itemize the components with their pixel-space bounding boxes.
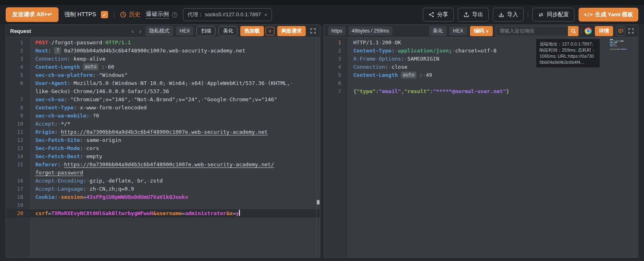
code-line[interactable]: 8Content-Type:·x-www-form-urlencoded bbox=[6, 104, 320, 112]
generate-yaml-button[interactable]: </> 生成 Yaml 模板 bbox=[579, 8, 638, 22]
force-https-checkbox[interactable]: ✓ bbox=[101, 11, 108, 18]
inline-badge[interactable]: auto bbox=[83, 63, 99, 70]
search-input[interactable] bbox=[496, 26, 568, 36]
code-line[interactable]: 19 bbox=[6, 201, 320, 209]
proxy-chip[interactable]: 代理： socks5://127.0.0.1:7897 × bbox=[183, 8, 272, 21]
encode-dropdown-button[interactable]: 编码 ∨ bbox=[470, 26, 493, 36]
inline-badge[interactable]: auto bbox=[401, 72, 417, 78]
text-cursor bbox=[239, 210, 240, 216]
request-scrollbar-thumb[interactable] bbox=[317, 200, 320, 204]
generate-yaml-label: 生成 Yaml 模板 bbox=[595, 11, 633, 18]
code-line[interactable]: 7sec-ch-ua:·"Chromium";v="146",·"Not-A.B… bbox=[6, 96, 320, 104]
line-number bbox=[6, 169, 30, 177]
search-icon bbox=[571, 28, 576, 34]
request-hex-button[interactable]: HEX bbox=[176, 26, 194, 35]
timing-tooltip: 远端地址：127.0.0.1:7897; 响应时间：259ms; 总耗时：106… bbox=[536, 39, 600, 67]
code-line[interactable]: 5sec-ch-ua-platform:·"Windows" bbox=[6, 71, 320, 79]
import-button[interactable]: 导入 bbox=[493, 8, 524, 22]
line-number: 4 bbox=[324, 63, 348, 71]
sync-config-button[interactable]: 同步配置 bbox=[532, 8, 574, 22]
code-text: sec-ch-ua-platform:·"Windows" bbox=[30, 71, 128, 79]
code-line[interactable]: 13Sec-Fetch-Mode:·cors bbox=[6, 144, 320, 152]
nav-forward-icon[interactable]: › bbox=[138, 28, 143, 35]
response-beautify-button[interactable]: 美化 bbox=[429, 26, 446, 36]
code-line[interactable]: 16Accept-Encoding:·gzip,·deflate,·br,·zs… bbox=[6, 177, 320, 185]
code-text: Accept:·*/* bbox=[30, 120, 70, 128]
code-text: like·Gecko)·Chrome/146.0.0.0·Safari/537.… bbox=[30, 87, 169, 96]
search-button[interactable] bbox=[568, 26, 579, 36]
code-text: POST·/forgot-password·HTTP/1.1 bbox=[30, 39, 131, 47]
close-icon[interactable]: × bbox=[264, 12, 268, 18]
code-line[interactable]: 1POST·/forgot-password·HTTP/1.1 bbox=[6, 39, 320, 47]
sync-config-label: 同步配置 bbox=[547, 11, 569, 18]
hot-reload-button[interactable]: 热加载 bbox=[240, 26, 264, 36]
code-line[interactable]: 20csrf=TXMoRXEvyNC8t0HlGakBltwrbygWFwuH&… bbox=[6, 209, 320, 218]
code-text: Connection:·keep-alive bbox=[30, 55, 105, 63]
code-line[interactable]: 7{"type":"email","result":"*****@normal-… bbox=[324, 87, 638, 96]
history-button[interactable]: 历史 bbox=[120, 11, 140, 18]
code-text: Content-Lengthauto:·49 bbox=[348, 71, 432, 79]
code-text: Sec-Fetch-Mode:·cors bbox=[30, 144, 99, 152]
clock-icon bbox=[120, 11, 126, 18]
code-line[interactable]: 3Connection:·keep-alive bbox=[6, 55, 320, 63]
sync-icon bbox=[538, 12, 544, 17]
request-beautify-button[interactable]: 美化 bbox=[218, 26, 237, 36]
chevron-down-icon: ∨ bbox=[268, 28, 272, 33]
code-text: Connection:·close bbox=[348, 63, 407, 71]
code-text: HTTP/1.1·200·OK bbox=[348, 39, 401, 47]
nav-back-icon[interactable]: ‹ bbox=[130, 28, 135, 35]
header-divider bbox=[581, 28, 582, 34]
request-scrollbar[interactable] bbox=[316, 37, 320, 257]
hot-reload-dropdown[interactable]: ∨ bbox=[265, 27, 274, 35]
response-editor[interactable]: 1HTTP/1.1·200·OK2Content-Type:·applicati… bbox=[324, 37, 638, 257]
force-https-label: 强制 HTTPS bbox=[64, 11, 96, 18]
fullscreen-icon[interactable] bbox=[628, 28, 634, 34]
details-button[interactable]: 详情 bbox=[595, 26, 613, 36]
response-panel: https 49bytes / 259ms 美化 HEX 编码 ∨ 详情 bbox=[324, 24, 638, 258]
request-editor[interactable]: 1POST·/forgot-password·HTTP/1.12Host:?0a… bbox=[6, 37, 320, 257]
force-https-toggle[interactable]: 强制 HTTPS ✓ bbox=[64, 11, 108, 18]
build-request-button[interactable]: 构造请求 bbox=[277, 26, 306, 36]
feedback-bubble-button[interactable] bbox=[616, 26, 625, 36]
code-line[interactable]: 17Accept-Language:·zh-CN,zh;q=0.9 bbox=[6, 185, 320, 193]
code-text: Origin:·https://0a7300bb04a9d4b3c6b4f489… bbox=[30, 128, 268, 136]
code-line[interactable]: 6User-Agent:·Mozilla/5.0·(Windows·NT·10.… bbox=[6, 79, 320, 87]
line-number: 12 bbox=[6, 136, 30, 144]
code-line[interactable]: 10Accept:·*/* bbox=[6, 120, 320, 128]
line-number: 7 bbox=[6, 96, 30, 104]
privacy-mode-button[interactable]: 隐私模式 bbox=[146, 26, 173, 36]
fullscreen-icon[interactable] bbox=[310, 28, 316, 34]
code-text: Host:?0a7300bb04a9d4b3c6b4f48900c1007e.w… bbox=[30, 47, 246, 55]
export-button[interactable]: 导出 bbox=[458, 8, 489, 22]
code-line[interactable]: 15Referer:·https://0a7300bb04a9d4b3c6b4f… bbox=[6, 161, 320, 169]
code-line[interactable]: 6 bbox=[324, 79, 638, 87]
line-number: 11 bbox=[6, 128, 30, 136]
code-line[interactable]: like·Gecko)·Chrome/146.0.0.0·Safari/537.… bbox=[6, 87, 320, 96]
top-toolbar: 发送请求 Alt+↵ 强制 HTTPS ✓ 历史 爆破示例 ? 代理： sock… bbox=[0, 5, 644, 24]
inline-badge[interactable]: ? bbox=[54, 47, 61, 54]
scan-button[interactable]: 扫描 bbox=[196, 26, 215, 36]
share-button[interactable]: 分享 bbox=[423, 8, 454, 22]
code-line[interactable]: 11Origin:·https://0a7300bb04a9d4b3c6b4f4… bbox=[6, 128, 320, 136]
share-label: 分享 bbox=[437, 11, 448, 18]
line-number: 19 bbox=[6, 201, 30, 209]
code-line[interactable]: 14Sec-Fetch-Dest:·empty bbox=[6, 152, 320, 161]
response-scrollbar[interactable] bbox=[634, 37, 638, 257]
code-line[interactable]: 12Sec-Fetch-Site:·same-origin bbox=[6, 136, 320, 144]
response-minimap[interactable] bbox=[610, 39, 633, 50]
line-number: 6 bbox=[6, 79, 30, 87]
code-line[interactable]: forgot-password bbox=[6, 169, 320, 177]
code-line[interactable]: 5Content-Lengthauto:·49 bbox=[324, 71, 638, 79]
response-hex-button[interactable]: HEX bbox=[449, 26, 467, 35]
blast-example-link[interactable]: 爆破示例 ? bbox=[146, 11, 177, 19]
chrome-icon[interactable] bbox=[585, 27, 592, 35]
send-request-button[interactable]: 发送请求 Alt+↵ bbox=[6, 7, 59, 22]
line-number: 1 bbox=[324, 39, 348, 47]
code-text: Sec-Fetch-Dest:·empty bbox=[30, 152, 102, 161]
code-line[interactable]: 18Cookie:·session=43sFPgiU0pWWUQuDdUmU7V… bbox=[6, 193, 320, 201]
code-line[interactable]: 2Host:?0a7300bb04a9d4b3c6b4f48900c1007e.… bbox=[6, 47, 320, 55]
code-line[interactable]: 4Content-Lengthauto:·60 bbox=[6, 63, 320, 71]
code-line[interactable]: 9sec-ch-ua-mobile:·?0 bbox=[6, 112, 320, 120]
import-label: 导入 bbox=[507, 11, 518, 18]
line-number: 3 bbox=[6, 55, 30, 63]
